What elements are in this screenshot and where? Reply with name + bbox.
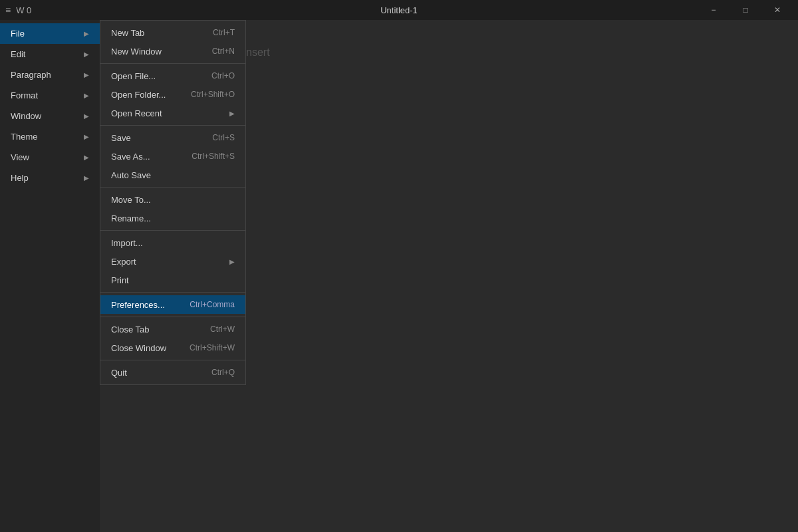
sidebar-item-edit-label: Edit [11, 49, 25, 59]
titlebar: ≡ W 0 Untitled-1 − □ ✕ [0, 0, 798, 20]
separator-5 [100, 292, 245, 293]
menu-item-save-as[interactable]: Save As... Ctrl+Shift+S [100, 147, 245, 166]
menu-item-rename[interactable]: Rename... [100, 209, 245, 227]
menu-item-export-arrow: ▶ [229, 258, 235, 265]
menu-item-rename-label: Rename... [111, 213, 151, 223]
menu-item-move-to-label: Move To... [111, 195, 151, 205]
menu-item-import-label: Import... [111, 238, 143, 248]
menu-item-preferences[interactable]: Preferences... Ctrl+Comma [100, 295, 245, 314]
sidebar-item-paragraph-label: Paragraph [11, 70, 51, 80]
menu-item-new-tab[interactable]: New Tab Ctrl+T [100, 23, 245, 42]
separator-1 [100, 63, 245, 64]
menu-item-quit-label: Quit [111, 368, 127, 378]
ghost-text: nsert [246, 47, 270, 59]
menu-item-save-as-label: Save As... [111, 152, 150, 162]
sidebar-item-help[interactable]: Help ▶ [0, 168, 100, 188]
menu-item-new-window-shortcut: Ctrl+N [212, 47, 235, 56]
minimize-button[interactable]: − [698, 0, 729, 20]
menu-item-new-tab-shortcut: Ctrl+T [213, 28, 235, 37]
window-title: Untitled-1 [380, 5, 418, 15]
sidebar-item-theme[interactable]: Theme ▶ [0, 126, 100, 147]
menu-item-close-tab-label: Close Tab [111, 325, 150, 334]
menu-item-save-as-shortcut: Ctrl+Shift+S [192, 152, 235, 161]
menu-item-open-folder-label: Open Folder... [111, 90, 166, 100]
sidebar-item-help-label: Help [11, 173, 29, 183]
menu-item-save[interactable]: Save Ctrl+S [100, 128, 245, 147]
sidebar-item-window-label: Window [11, 111, 41, 121]
menu-item-import[interactable]: Import... [100, 233, 245, 252]
window-controls: − □ ✕ [698, 0, 793, 20]
separator-3 [100, 187, 245, 188]
menu-item-new-window[interactable]: New Window Ctrl+N [100, 42, 245, 61]
menu-item-new-window-label: New Window [111, 47, 162, 57]
sidebar-item-format-label: Format [11, 90, 38, 100]
menu-item-save-shortcut: Ctrl+S [212, 133, 235, 142]
menu-item-open-folder-shortcut: Ctrl+Shift+O [191, 90, 235, 99]
menu-item-open-file-shortcut: Ctrl+O [211, 71, 235, 80]
separator-2 [100, 125, 245, 126]
menu-item-open-file-label: Open File... [111, 71, 156, 81]
sidebar-item-format-arrow: ▶ [84, 92, 89, 99]
menu-item-preferences-shortcut: Ctrl+Comma [190, 300, 235, 309]
sidebar-item-theme-label: Theme [11, 132, 37, 142]
sidebar-item-edit-arrow: ▶ [84, 51, 89, 58]
menu-item-close-tab[interactable]: Close Tab Ctrl+W [100, 320, 245, 338]
menu-item-open-recent[interactable]: Open Recent ▶ [100, 104, 245, 122]
menu-item-close-window-shortcut: Ctrl+Shift+W [190, 343, 235, 352]
menu-item-auto-save-label: Auto Save [111, 170, 151, 180]
menu-item-export[interactable]: Export ▶ [100, 252, 245, 271]
menu-item-open-file[interactable]: Open File... Ctrl+O [100, 66, 245, 85]
sidebar-item-view-label: View [11, 152, 29, 162]
sidebar-item-view-arrow: ▶ [84, 154, 89, 161]
separator-6 [100, 317, 245, 317]
file-submenu: New Tab Ctrl+T New Window Ctrl+N Open Fi… [100, 20, 246, 385]
sidebar-item-paragraph[interactable]: Paragraph ▶ [0, 65, 100, 85]
menu-item-print-label: Print [111, 275, 129, 285]
menu-item-close-tab-shortcut: Ctrl+W [210, 325, 235, 334]
menu-item-move-to[interactable]: Move To... [100, 190, 245, 209]
sidebar-item-window[interactable]: Window ▶ [0, 106, 100, 126]
sidebar-item-file[interactable]: File ▶ [0, 23, 100, 44]
app-icon: ≡ [5, 5, 11, 15]
sidebar-item-view[interactable]: View ▶ [0, 147, 100, 168]
menu-item-open-recent-arrow: ▶ [229, 110, 235, 117]
sidebar: File ▶ Edit ▶ Paragraph ▶ Format ▶ Windo… [0, 20, 100, 532]
menu-item-close-window[interactable]: Close Window Ctrl+Shift+W [100, 338, 245, 357]
sidebar-item-help-arrow: ▶ [84, 174, 89, 182]
menu-item-auto-save[interactable]: Auto Save [100, 166, 245, 184]
menu-item-close-window-label: Close Window [111, 343, 166, 353]
menu-item-save-label: Save [111, 133, 131, 143]
menu-item-preferences-label: Preferences... [111, 300, 165, 310]
menu-item-print[interactable]: Print [100, 271, 245, 289]
titlebar-left: ≡ W 0 [5, 5, 31, 15]
sidebar-item-format[interactable]: Format ▶ [0, 85, 100, 106]
maximize-button[interactable]: □ [730, 0, 761, 20]
menu-item-open-recent-label: Open Recent [111, 108, 162, 118]
sidebar-item-file-label: File [11, 29, 25, 39]
sidebar-item-paragraph-arrow: ▶ [84, 71, 89, 78]
menu-item-quit[interactable]: Quit Ctrl+Q [100, 363, 245, 382]
menu-item-export-label: Export [111, 257, 136, 267]
menu-item-new-tab-label: New Tab [111, 28, 144, 38]
separator-4 [100, 230, 245, 231]
app-name: W 0 [16, 5, 31, 15]
sidebar-item-file-arrow: ▶ [84, 30, 89, 37]
sidebar-item-window-arrow: ▶ [84, 112, 89, 120]
menu-item-open-folder[interactable]: Open Folder... Ctrl+Shift+O [100, 85, 245, 104]
sidebar-item-edit[interactable]: Edit ▶ [0, 44, 100, 65]
sidebar-item-theme-arrow: ▶ [84, 133, 89, 140]
close-button[interactable]: ✕ [762, 0, 793, 20]
menu-item-quit-shortcut: Ctrl+Q [211, 368, 235, 377]
separator-7 [100, 360, 245, 360]
